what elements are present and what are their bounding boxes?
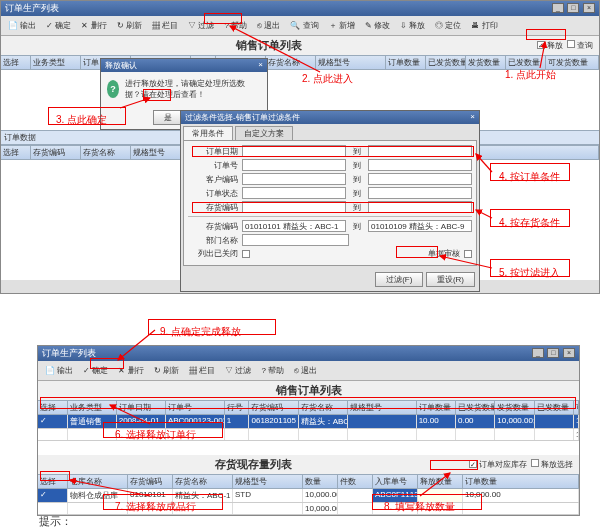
chk-closed[interactable] [242,250,250,258]
chk-query[interactable]: 查询 [567,40,593,51]
tb-cols[interactable]: ▦ 栏目 [148,18,182,33]
tb-refresh[interactable]: ↻ 刷新 [113,18,146,33]
tb2-help[interactable]: ? 帮助 [257,363,288,378]
cust-from[interactable] [242,173,346,185]
tb-output[interactable]: 📄 输出 [4,18,40,33]
stock-columns: 选择仓库名称存货编码存货名称规格型号数量件数入库单号释放数量订单数量 [38,474,579,489]
filter-dialog: 过滤条件选择-销售订单过滤条件× 常用条件 自定义方案 订单日期到 订单号到 客… [180,110,480,292]
tb-edit[interactable]: ✎ 修改 [361,18,394,33]
min-button[interactable]: _ [552,3,564,13]
tb-exit[interactable]: ⎋ 退出 [253,18,284,33]
close-button[interactable]: × [583,3,595,13]
tab-common[interactable]: 常用条件 [183,126,233,140]
tb-delrow[interactable]: ✕ 删行 [77,18,110,33]
tb-release[interactable]: ⇩ 释放 [396,18,429,33]
status-to[interactable] [368,187,472,199]
tb2-refresh[interactable]: ↻ 刷新 [150,363,183,378]
toolbar: 📄 输出 ✓ 确定 ✕ 删行 ↻ 刷新 ▦ 栏目 ▽ 过滤 ? 帮助 ⎋ 退出 … [1,16,599,36]
window-title: 订单生产列表 [5,2,59,15]
question-icon: ? [107,80,119,98]
max-button[interactable]: □ [567,3,579,13]
cust-to[interactable] [368,173,472,185]
list-title: 销售订单列表 [1,38,537,53]
list2-title: 销售订单列表 [38,383,579,398]
tb2-filter[interactable]: ▽ 过滤 [221,363,255,378]
confirm-yes-button[interactable]: 是 [153,110,183,125]
confirm-title: 释放确认 [105,60,137,71]
min2-button[interactable]: _ [532,348,544,358]
filter-reset-button[interactable]: 重设(R) [426,272,475,287]
filter-title: 过滤条件选择-销售订单过滤条件 [185,112,300,123]
tb-print[interactable]: 🖶 打印 [467,18,501,33]
stock-from[interactable]: 01010101 精益头：ABC-1 [242,220,346,232]
window2-title: 订单生产列表 [42,347,96,360]
filter-close-icon[interactable]: × [470,112,475,123]
chk-release-sel[interactable]: 释放选择 [531,459,573,470]
tb2-cols[interactable]: ▦ 栏目 [185,363,219,378]
dept-input[interactable] [242,234,349,246]
tb-add[interactable]: ＋ 新增 [325,18,359,33]
callout-2: 2. 点此进入 [302,72,353,86]
tb-query[interactable]: 🔍 查询 [286,18,322,33]
chk-release[interactable]: ✓ 释放 [537,40,563,51]
tab-custom[interactable]: 自定义方案 [235,126,293,140]
filter-go-button[interactable]: 过滤(F) [375,272,423,287]
hint-label: 提示： [37,510,74,529]
chk-audit[interactable] [464,250,472,258]
stock-to[interactable]: 01010109 精益头：ABC-9 [368,220,472,232]
status-from[interactable] [242,187,346,199]
tb-confirm[interactable]: ✓ 确定 [42,18,75,33]
tb-locate[interactable]: ◎ 定位 [431,18,465,33]
tb2-exit[interactable]: ⎋ 退出 [290,363,321,378]
stock-title: 存货现存量列表 [38,457,469,472]
tb2-output[interactable]: 📄 输出 [41,363,77,378]
max2-button[interactable]: □ [547,348,559,358]
order-no-from[interactable] [242,159,346,171]
callout-1: 1. 点此开始 [505,68,556,82]
dialog-close-icon[interactable]: × [258,60,263,71]
close2-button[interactable]: × [563,348,575,358]
order-no-to[interactable] [368,159,472,171]
